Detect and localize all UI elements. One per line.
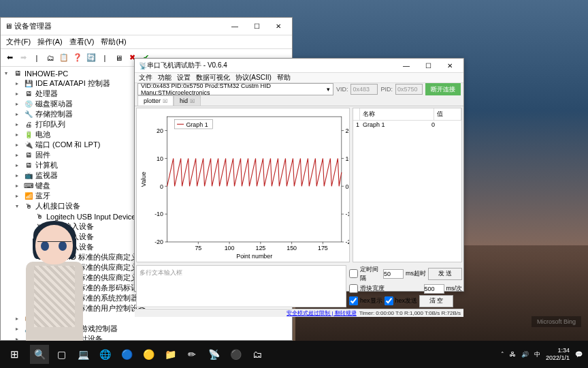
svg-text:100: 100 — [225, 245, 235, 251]
svg-rect-0 — [167, 117, 342, 242]
help-icon[interactable]: ❓ — [71, 52, 84, 64]
serial-tool-window: 📡 串口飞机调试助手 - V0.6.4 — ☐ ✕ 文件 功能 设置 数据可视化… — [134, 58, 464, 292]
tree-category[interactable]: ▸🖱鼠标和其他指针设备 — [2, 334, 291, 340]
baud-unit: ms/次 — [446, 284, 463, 293]
menu-settings[interactable]: 设置 — [177, 73, 191, 82]
start-button[interactable]: ⊞ — [1, 345, 27, 364]
col-name: 名称 — [360, 108, 434, 120]
svg-text:-20: -20 — [154, 239, 163, 245]
taskbar-app[interactable]: 🌐 — [95, 345, 114, 364]
serial-body: -20-20-10-10001010202075100125150175Poin… — [135, 106, 463, 264]
serial-menubar: 文件 功能 设置 数据可视化 协议(ASCII) 帮助 — [135, 73, 463, 83]
menu-help[interactable]: 帮助(H) — [98, 35, 129, 48]
refresh-icon[interactable]: 🔄 — [85, 52, 97, 64]
maximize-button[interactable]: ☐ — [419, 59, 438, 72]
back-icon[interactable]: ⬅ — [3, 52, 16, 64]
svg-text:125: 125 — [255, 245, 265, 251]
taskbar-app[interactable]: 🗂 — [248, 345, 267, 364]
list-header: 名称 值 — [353, 108, 461, 121]
tray-volume-icon[interactable]: 🔊 — [521, 351, 529, 358]
close-button[interactable]: ✕ — [269, 20, 288, 33]
menu-protocol[interactable]: 协议(ASCII) — [235, 73, 272, 82]
tree-category[interactable]: ▸🔊声音、视频和游戏控制器 — [2, 324, 291, 334]
taskbar-app[interactable]: 💻 — [74, 345, 93, 364]
menu-dataviz[interactable]: 数据可视化 — [196, 73, 230, 82]
tab-close-icon[interactable]: ☒ — [163, 98, 167, 104]
serial-title-text: 串口飞机调试助手 - V0.6.4 — [147, 61, 397, 70]
device-row: VID:0x483 PID:0x5750 Prod:STM32 Custm HI… — [135, 83, 463, 95]
minimize-button[interactable]: — — [225, 20, 244, 33]
svg-text:Graph 1: Graph 1 — [186, 121, 208, 128]
open-button[interactable]: 断开连接 — [425, 83, 461, 95]
menu-func[interactable]: 功能 — [158, 73, 172, 82]
taskbar-edge[interactable]: 🔵 — [117, 345, 136, 364]
menu-file[interactable]: 文件 — [139, 73, 152, 82]
tray-ime-icon[interactable]: 中 — [534, 350, 540, 359]
baud-checkbox[interactable] — [349, 284, 358, 293]
tree-icon[interactable]: 🗂 — [44, 52, 56, 64]
taskbar-explorer[interactable]: 📁 — [161, 345, 180, 364]
baud-input[interactable] — [424, 284, 444, 294]
vid-label: VID: — [336, 86, 348, 93]
tab-plotter[interactable]: plotter☒ — [137, 95, 174, 106]
taskbar-app[interactable]: ✏ — [182, 345, 201, 364]
pid-label: PID: — [380, 86, 393, 93]
serial-titlebar[interactable]: 📡 串口飞机调试助手 - V0.6.4 — ☐ ✕ — [135, 59, 463, 73]
tab-close-icon[interactable]: ☒ — [190, 98, 195, 104]
svg-text:10: 10 — [157, 155, 163, 162]
hexsend-label: hex发送 — [395, 296, 418, 305]
svg-text:10: 10 — [345, 155, 349, 162]
fwd-icon[interactable]: ➡ — [17, 52, 29, 64]
devmgr-title-text: 🖥 设备管理器 — [5, 21, 225, 31]
hexshow-checkbox[interactable] — [349, 296, 358, 305]
send-textarea[interactable]: 多行文本输入框 — [136, 265, 346, 307]
pid-input[interactable] — [395, 84, 423, 95]
menu-file[interactable]: 文件(F) — [3, 35, 33, 48]
status-timer: Timer: 0:00:00 T:0 R:1,000 T:0B/s R:72B/… — [359, 310, 461, 316]
taskbar-chrome[interactable]: 🟡 — [139, 345, 158, 364]
minimize-button[interactable]: — — [397, 59, 416, 72]
clear-button[interactable]: 清 空 — [419, 295, 453, 307]
tray-up-icon[interactable]: ˄ — [501, 351, 504, 358]
devmgr-titlebar[interactable]: 🖥 设备管理器 — ☐ ✕ — [1, 18, 292, 35]
taskbar-obs[interactable]: ⚫ — [226, 345, 245, 364]
hexsend-checkbox[interactable] — [385, 296, 393, 305]
svg-text:-10: -10 — [154, 211, 163, 217]
menu-help[interactable]: 帮助 — [277, 73, 291, 82]
serial-tabs: plotter☒ hid☒ — [135, 95, 463, 106]
menu-view[interactable]: 查看(V) — [67, 35, 97, 48]
col-val: 值 — [434, 108, 461, 120]
timer-checkbox[interactable] — [349, 269, 358, 278]
notification-icon[interactable]: 💬 — [575, 351, 583, 358]
clock[interactable]: 1:34 2022/1/1 — [546, 347, 570, 362]
device-combo[interactable]: VID:0x483 PID:0x5750 Prod:STM32 Custm HI… — [137, 83, 333, 95]
graph-list[interactable]: 名称 值 1 Graph 1 0 — [353, 108, 462, 262]
tab-hid[interactable]: hid☒ — [174, 95, 201, 106]
timer-unit: ms超时 — [406, 269, 426, 278]
system-tray[interactable]: ˄ 🖧 🔊 中 1:34 2022/1/1 💬 — [501, 347, 588, 362]
svg-text:0: 0 — [345, 183, 348, 190]
list-row[interactable]: 1 Graph 1 0 — [353, 121, 461, 129]
search-icon[interactable]: 🔍 — [30, 345, 49, 364]
maximize-button[interactable]: ☐ — [247, 20, 266, 33]
svg-text:20: 20 — [345, 127, 349, 134]
menu-action[interactable]: 操作(A) — [35, 35, 65, 48]
send-button[interactable]: 发 送 — [428, 268, 462, 280]
devmgr-menubar: 文件(F) 操作(A) 查看(V) 帮助(H) — [1, 35, 292, 49]
svg-text:Point number: Point number — [236, 254, 272, 260]
svg-text:Value: Value — [140, 172, 147, 187]
taskbar-app[interactable]: 📡 — [204, 345, 223, 364]
svg-text:150: 150 — [287, 245, 297, 251]
control-panel: 定时间隔 ms超时 发 送 滑块宽度 ms/次 hex显示 hex发送 清 空 — [348, 264, 463, 309]
close-button[interactable]: ✕ — [440, 59, 459, 72]
scan-icon[interactable]: 🖥 — [112, 52, 125, 64]
timer-input[interactable] — [383, 269, 404, 279]
tray-network-icon[interactable]: 🖧 — [510, 351, 516, 358]
prop-icon[interactable]: 📋 — [58, 52, 70, 64]
taskview-icon[interactable]: ▢ — [52, 345, 71, 364]
status-bar: 安全模式超过限制 | 翻转规避 Timer: 0:00:00 T:0 R:1,0… — [135, 309, 463, 317]
bing-watermark: Microsoft Bing — [532, 316, 581, 327]
vid-input[interactable] — [350, 84, 378, 95]
status-link[interactable]: 安全模式超过限制 | 翻转规避 — [287, 309, 357, 317]
plot-area[interactable]: -20-20-10-10001010202075100125150175Poin… — [136, 108, 350, 262]
